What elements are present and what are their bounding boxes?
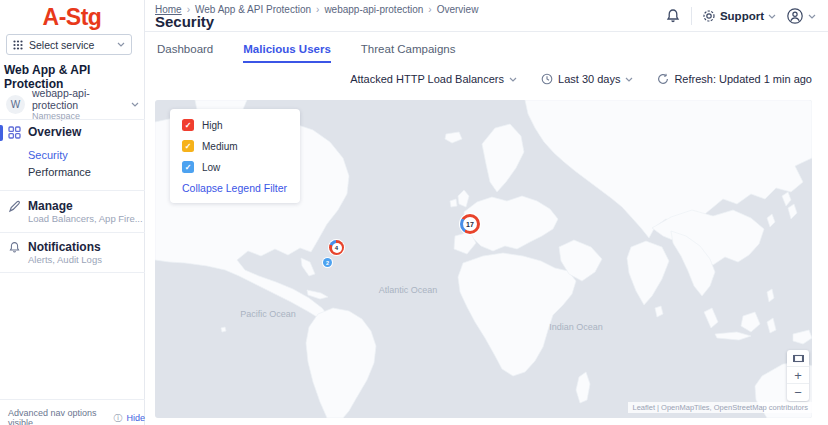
- hide-nav-link[interactable]: Hide: [126, 413, 145, 423]
- zoom-in-button[interactable]: +: [787, 367, 809, 384]
- legend-checkbox-0[interactable]: ✓: [182, 119, 194, 131]
- world-map[interactable]: ✓ High ✓ Medium ✓ Low Collapse Legend Fi…: [155, 100, 812, 418]
- sidebar-item-manage[interactable]: Manage: [8, 199, 73, 213]
- grid-dots-icon: [13, 40, 23, 50]
- map-zoom-controls: + −: [787, 350, 809, 401]
- breadcrumb-item[interactable]: webapp-api-protection: [324, 4, 423, 15]
- chevron-down-icon: [117, 42, 125, 47]
- notifications-subtitle: Alerts, Audit Logs: [28, 254, 102, 265]
- sidebar-item-performance[interactable]: Performance: [28, 166, 91, 178]
- sidebar-item-label: Overview: [28, 125, 81, 139]
- overview-grid-icon: [8, 126, 21, 139]
- chevron-down-icon: [509, 77, 517, 82]
- namespace-selector[interactable]: W webapp-api-protection Namespace: [6, 87, 139, 121]
- header-actions: Support: [665, 6, 816, 26]
- filter-toolbar: Attacked HTTP Load Balancers Last 30 day…: [350, 73, 812, 85]
- sidebar-footer: Advanced nav options visible ⓘ Hide: [0, 399, 145, 425]
- time-range-dropdown[interactable]: Last 30 days: [541, 73, 633, 85]
- account-menu[interactable]: [786, 7, 816, 25]
- cluster-count: 2: [326, 260, 329, 266]
- breadcrumb-separator: ›: [316, 4, 319, 15]
- select-service-dropdown[interactable]: Select service: [6, 34, 132, 55]
- support-gear-icon: [702, 9, 716, 23]
- legend-label-low: Low: [202, 162, 220, 173]
- refresh-status-label: Refresh: Updated 1 min ago: [674, 73, 812, 85]
- map-legend-panel: ✓ High ✓ Medium ✓ Low Collapse Legend Fi…: [170, 109, 300, 203]
- sidebar: A-Stg Select service Web App & API Prote…: [0, 0, 145, 425]
- app-window: A-Stg Select service Web App & API Prote…: [0, 0, 828, 425]
- sidebar-divider: [0, 232, 145, 233]
- refresh-icon: [657, 73, 669, 85]
- legend-label-medium: Medium: [202, 141, 238, 152]
- sidebar-item-security[interactable]: Security: [28, 149, 68, 161]
- tab-bar: Dashboard Malicious Users Threat Campaig…: [157, 43, 455, 63]
- chevron-down-icon: [808, 14, 816, 19]
- ocean-label-atlantic: Atlantic Ocean: [377, 285, 439, 296]
- breadcrumb-item-current: Overview: [437, 4, 479, 15]
- support-label: Support: [720, 10, 764, 22]
- refresh-button[interactable]: Refresh: Updated 1 min ago: [657, 73, 812, 85]
- info-icon: ⓘ: [113, 412, 122, 425]
- tab-threat-campaigns[interactable]: Threat Campaigns: [361, 43, 456, 63]
- lb-filter-label: Attacked HTTP Load Balancers: [350, 73, 504, 85]
- zoom-out-button[interactable]: −: [787, 384, 809, 401]
- chevron-down-icon: [625, 77, 633, 82]
- sidebar-divider: [0, 119, 145, 120]
- load-balancer-filter-dropdown[interactable]: Attacked HTTP Load Balancers: [350, 73, 517, 85]
- legend-item-high[interactable]: ✓ High: [182, 119, 288, 131]
- header-divider-line: [691, 7, 692, 25]
- namespace-name: webapp-api-protection: [32, 87, 124, 111]
- brand-logo: A-Stg: [0, 4, 144, 31]
- sidebar-divider: [0, 272, 145, 273]
- user-account-icon: [786, 7, 804, 25]
- select-service-label: Select service: [29, 39, 94, 51]
- manage-subtitle: Load Balancers, App Fire...: [28, 213, 143, 224]
- support-menu[interactable]: Support: [702, 9, 776, 23]
- active-nav-indicator: [0, 125, 3, 141]
- notifications-bell-button[interactable]: [665, 8, 681, 24]
- legend-label-high: High: [202, 120, 223, 131]
- pen-tool-icon: [8, 200, 21, 213]
- cluster-count: 4: [335, 245, 338, 251]
- map-attribution[interactable]: Leaflet | OpenMapTiles, OpenStreetMap co…: [628, 402, 812, 413]
- sidebar-item-label: Manage: [28, 199, 73, 213]
- legend-checkbox-2[interactable]: ✓: [182, 161, 194, 173]
- collapse-legend-link[interactable]: Collapse Legend Filter: [182, 182, 288, 194]
- time-range-label: Last 30 days: [558, 73, 620, 85]
- bell-icon: [8, 241, 21, 254]
- sidebar-item-label: Notifications: [28, 240, 101, 254]
- map-marker-us-low[interactable]: 2: [323, 258, 332, 267]
- sidebar-item-overview[interactable]: Overview: [8, 125, 81, 139]
- box-zoom-button[interactable]: [787, 350, 809, 367]
- legend-item-medium[interactable]: ✓ Medium: [182, 140, 288, 152]
- chevron-down-icon: [131, 102, 139, 107]
- cluster-count: 17: [466, 221, 474, 228]
- chevron-down-icon: [768, 14, 776, 19]
- sidebar-item-notifications[interactable]: Notifications: [8, 240, 101, 254]
- advanced-nav-label: Advanced nav options visible: [8, 408, 109, 425]
- namespace-avatar: W: [6, 95, 25, 114]
- header-divider: [145, 31, 828, 32]
- tab-dashboard[interactable]: Dashboard: [157, 43, 213, 63]
- clock-icon: [541, 73, 553, 85]
- ocean-label-indian: Indian Ocean: [545, 322, 607, 333]
- page-title: Security: [155, 13, 214, 30]
- map-cluster-marker-europe[interactable]: 17: [460, 214, 480, 234]
- tab-malicious-users[interactable]: Malicious Users: [243, 43, 331, 63]
- breadcrumb-separator: ›: [428, 4, 431, 15]
- ocean-label-pacific: Pacific Ocean: [237, 309, 299, 320]
- sidebar-divider: [0, 190, 145, 191]
- legend-checkbox-1[interactable]: ✓: [182, 140, 194, 152]
- map-cluster-marker-us-east[interactable]: 4: [329, 240, 344, 255]
- legend-item-low[interactable]: ✓ Low: [182, 161, 288, 173]
